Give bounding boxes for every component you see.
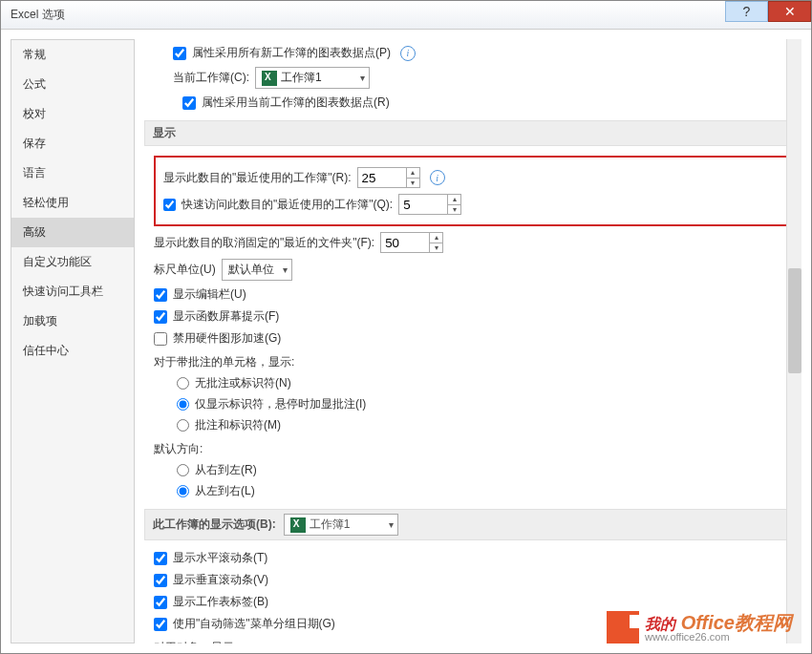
spinner-down-icon[interactable]: ▾ [430,243,442,253]
chk-func-tips-label: 显示函数屏幕提示(F) [173,308,279,325]
radio-comments-indicator-label: 仅显示标识符，悬停时加显批注(I) [195,396,366,412]
chk-tabs-label: 显示工作表标签(B) [173,594,268,610]
sidebar: 常规 公式 校对 保存 语言 轻松使用 高级 自定义功能区 快速访问工具栏 加载… [11,39,135,643]
chk-charts-allnew[interactable] [173,47,186,60]
sidebar-item-save[interactable]: 保存 [11,129,134,158]
close-button[interactable]: ✕ [768,1,811,22]
vertical-scrollbar[interactable] [786,39,801,643]
quick-access-input[interactable] [399,195,447,214]
unpinned-spinner[interactable]: ▴▾ [380,232,443,253]
sidebar-item-formulas[interactable]: 公式 [11,70,134,99]
info-icon[interactable]: i [430,170,445,185]
titlebar: Excel 选项 ? ✕ [1,1,811,30]
chk-disable-hw[interactable] [154,332,167,346]
chk-charts-current[interactable] [182,96,196,110]
radio-ltr[interactable] [177,485,189,497]
excel-icon [290,517,306,533]
highlight-box: 显示此数目的"最近使用的工作簿"(R): ▴▾ i 快速访问此数目的"最近使用的… [154,156,792,226]
chk-charts-allnew-label: 属性采用所有新工作簿的图表数据点(P) [192,45,391,61]
ruler-select[interactable]: 默认单位 [222,259,292,281]
display-section-header: 显示 [144,120,792,146]
spinner-up-icon[interactable]: ▴ [407,168,419,179]
sidebar-item-advanced[interactable]: 高级 [11,218,134,247]
chk-hscroll-label: 显示水平滚动条(T) [173,550,267,566]
direction-group-label: 默认方向: [154,441,792,457]
office-logo-icon [607,611,639,643]
wb-display-select[interactable]: 工作簿1 [284,514,398,536]
radio-ltr-label: 从左到右(L) [195,483,255,499]
chk-hscroll[interactable] [154,552,167,565]
chk-tabs[interactable] [154,596,167,609]
watermark: 我的 Office教程网 www.office26.com [607,611,792,643]
chk-autofilter-label: 使用"自动筛选"菜单分组日期(G) [173,616,335,632]
chk-charts-current-label: 属性采用当前工作簿的图表数据点(R) [202,95,390,111]
content-pane: 属性采用所有新工作簿的图表数据点(P) i 当前工作簿(C): 工作簿1 属性采… [135,39,801,643]
chk-disable-hw-label: 禁用硬件图形加速(G) [173,330,281,347]
quick-access-label: 快速访问此数目的"最近使用的工作簿"(Q): [182,197,393,213]
current-workbook-label: 当前工作簿(C): [173,70,249,86]
recent-wb-input[interactable] [358,168,406,187]
spinner-up-icon[interactable]: ▴ [448,195,460,205]
sidebar-item-ease[interactable]: 轻松使用 [11,188,134,218]
spinner-down-icon[interactable]: ▾ [407,179,419,188]
sidebar-item-proofing[interactable]: 校对 [11,99,134,129]
chk-func-tips[interactable] [154,310,167,324]
unpinned-label: 显示此数目的取消固定的"最近的文件夹"(F): [154,235,374,251]
info-icon[interactable]: i [400,46,416,61]
current-workbook-select[interactable]: 工作簿1 [255,67,370,89]
chk-vscroll-label: 显示垂直滚动条(V) [173,572,268,588]
chk-formula-bar-label: 显示编辑栏(U) [173,286,246,303]
spinner-down-icon[interactable]: ▾ [448,205,460,215]
radio-rtl[interactable] [177,464,189,476]
radio-comments-full[interactable] [177,419,189,432]
spinner-up-icon[interactable]: ▴ [430,233,442,243]
radio-comments-none-label: 无批注或标识符(N) [195,375,291,391]
sidebar-item-language[interactable]: 语言 [11,158,134,188]
unpinned-input[interactable] [381,233,429,252]
wb-display-section-header: 此工作簿的显示选项(B): 工作簿1 [144,509,792,540]
sidebar-item-general[interactable]: 常规 [11,40,134,70]
sidebar-item-customize-ribbon[interactable]: 自定义功能区 [11,247,134,277]
excel-icon [262,71,277,86]
ruler-label: 标尺单位(U) [154,262,216,278]
comments-group-label: 对于带批注的单元格，显示: [154,354,792,370]
recent-wb-label: 显示此数目的"最近使用的工作簿"(R): [163,170,352,186]
chk-formula-bar[interactable] [154,288,167,302]
sidebar-item-trust-center[interactable]: 信任中心 [11,336,134,366]
help-button[interactable]: ? [725,1,768,22]
radio-rtl-label: 从右到左(R) [195,462,257,478]
window-title: Excel 选项 [11,7,65,23]
radio-comments-indicator[interactable] [177,398,189,411]
chk-vscroll[interactable] [154,574,167,587]
radio-comments-full-label: 批注和标识符(M) [195,417,281,433]
radio-comments-none[interactable] [177,377,189,390]
sidebar-item-addins[interactable]: 加载项 [11,306,134,336]
chk-quick-access[interactable] [163,199,176,211]
quick-access-spinner[interactable]: ▴▾ [398,194,461,215]
sidebar-item-quick-access[interactable]: 快速访问工具栏 [11,277,134,306]
chk-autofilter[interactable] [154,618,167,631]
recent-wb-spinner[interactable]: ▴▾ [357,167,420,188]
